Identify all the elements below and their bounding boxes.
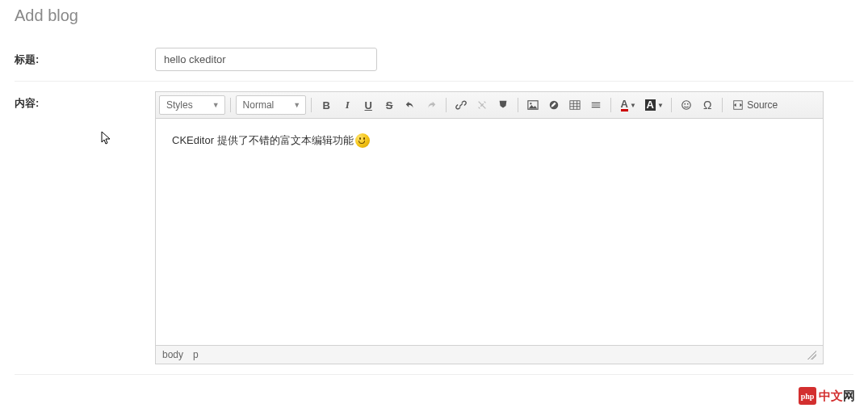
toolbar-separator: [446, 98, 447, 112]
source-label: Source: [747, 99, 778, 111]
smiley-button[interactable]: [677, 95, 696, 115]
content-text: CKEditor 提供了不错的富文本编辑功能: [172, 133, 354, 148]
bold-button[interactable]: B: [317, 95, 336, 115]
editor-footer: body p: [156, 345, 823, 364]
bgcolor-button[interactable]: A ▼: [642, 95, 666, 115]
title-input[interactable]: [155, 48, 377, 71]
editor-toolbar: Styles ▼ Normal ▼ B I U S: [156, 92, 823, 119]
svg-point-1: [530, 103, 531, 104]
source-icon: [732, 99, 744, 111]
format-combo-label: Normal: [243, 99, 275, 111]
path-p[interactable]: p: [193, 349, 199, 360]
title-label: 标题:: [15, 48, 155, 67]
formatpaint-button[interactable]: [544, 95, 564, 115]
undo-button[interactable]: [400, 95, 420, 115]
text-color-icon: A: [621, 99, 628, 111]
chevron-down-icon: ▼: [212, 101, 220, 109]
hr-icon: [590, 99, 602, 111]
link-button[interactable]: [451, 95, 471, 115]
hr-button[interactable]: [586, 95, 606, 115]
strike-icon: S: [386, 99, 393, 111]
underline-icon: U: [365, 99, 372, 111]
strike-button[interactable]: S: [379, 95, 399, 115]
table-icon: [569, 99, 581, 111]
link-icon: [455, 99, 467, 111]
table-button[interactable]: [565, 95, 585, 115]
italic-icon: I: [346, 99, 350, 111]
toolbar-separator: [671, 98, 672, 112]
specialchar-button[interactable]: Ω: [698, 95, 717, 115]
toolbar-separator: [722, 98, 723, 112]
elements-path: body p: [162, 349, 199, 360]
content-label: 内容:: [15, 91, 155, 111]
bg-color-icon: A: [645, 99, 656, 111]
form-row-title: 标题:: [15, 38, 853, 82]
svg-rect-3: [570, 101, 580, 110]
chevron-down-icon: ▼: [293, 101, 300, 109]
unlink-button[interactable]: [472, 95, 492, 115]
italic-button[interactable]: I: [338, 95, 357, 115]
underline-button[interactable]: U: [359, 95, 378, 115]
undo-icon: [405, 99, 416, 111]
specialchar-icon: Ω: [703, 99, 711, 111]
svg-point-4: [682, 101, 691, 110]
smiley-emoji: [355, 133, 370, 148]
chevron-down-icon: ▼: [630, 102, 636, 109]
toolbar-separator: [518, 98, 518, 112]
toolbar-separator: [610, 98, 611, 112]
page-title: Add blog: [15, 6, 853, 25]
textcolor-button[interactable]: A ▼: [616, 95, 640, 115]
source-button[interactable]: Source: [728, 95, 782, 115]
toolbar-separator: [311, 98, 312, 112]
format-paint-icon: [548, 99, 560, 111]
image-icon: [527, 99, 539, 111]
form-row-content: 内容: Styles ▼ Normal ▼ B I: [15, 82, 853, 375]
ckeditor: Styles ▼ Normal ▼ B I U S: [155, 91, 824, 364]
anchor-button[interactable]: [493, 95, 513, 115]
path-body[interactable]: body: [162, 349, 183, 360]
toolbar-separator: [230, 98, 231, 112]
editor-content[interactable]: CKEditor 提供了不错的富文本编辑功能: [156, 119, 823, 345]
chevron-down-icon: ▼: [657, 102, 664, 109]
resize-handle[interactable]: [807, 350, 816, 360]
svg-point-5: [685, 103, 686, 105]
styles-combo-label: Styles: [166, 99, 193, 111]
svg-point-6: [687, 103, 689, 105]
redo-icon: [426, 99, 437, 111]
redo-button[interactable]: [421, 95, 441, 115]
format-combo[interactable]: Normal ▼: [236, 95, 307, 115]
smiley-icon: [681, 99, 692, 111]
anchor-icon: [497, 99, 509, 111]
unlink-icon: [476, 99, 488, 111]
styles-combo[interactable]: Styles ▼: [159, 95, 225, 115]
image-button[interactable]: [523, 95, 543, 115]
bold-icon: B: [323, 99, 330, 111]
